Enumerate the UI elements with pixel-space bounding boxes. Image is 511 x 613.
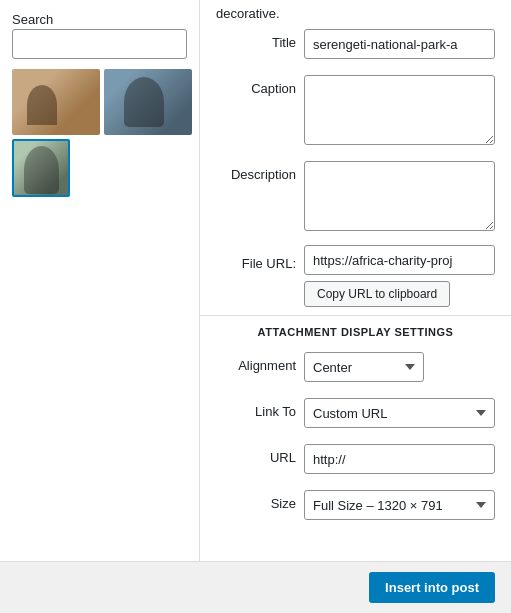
thumbnail-1[interactable] bbox=[12, 69, 100, 135]
footer: Insert into post bbox=[0, 561, 511, 613]
title-label: Title bbox=[216, 29, 296, 50]
caption-textarea[interactable] bbox=[304, 75, 495, 145]
right-panel: decorative. Title Caption Description Fi… bbox=[200, 0, 511, 561]
size-label: Size bbox=[216, 490, 296, 511]
title-row: Title bbox=[216, 21, 495, 67]
link-to-label: Link To bbox=[216, 398, 296, 419]
alignment-select[interactable]: Left Center Right None bbox=[304, 352, 424, 382]
url-label: URL bbox=[216, 444, 296, 465]
url-input[interactable] bbox=[304, 444, 495, 474]
description-label: Description bbox=[216, 161, 296, 182]
alignment-row: Alignment Left Center Right None bbox=[216, 344, 495, 390]
link-to-row: Link To None Media File Attachment Page … bbox=[216, 390, 495, 436]
file-url-row: File URL: bbox=[216, 239, 495, 281]
search-input[interactable] bbox=[12, 29, 187, 59]
thumbnail-row-2 bbox=[12, 139, 187, 197]
file-url-input[interactable] bbox=[304, 245, 495, 275]
title-input[interactable] bbox=[304, 29, 495, 59]
url-row: URL bbox=[216, 436, 495, 482]
display-settings: Alignment Left Center Right None Link To… bbox=[200, 344, 511, 528]
display-settings-header: ATTACHMENT DISPLAY SETTINGS bbox=[200, 315, 511, 344]
size-row: Size Thumbnail – 150 × 150 Medium – 300 … bbox=[216, 482, 495, 528]
thumbnail-row-1 bbox=[12, 69, 187, 135]
top-note: decorative. bbox=[200, 0, 511, 21]
size-select[interactable]: Thumbnail – 150 × 150 Medium – 300 × 225… bbox=[304, 490, 495, 520]
thumbnail-grid bbox=[12, 69, 187, 197]
search-label: Search bbox=[12, 12, 187, 27]
description-row: Description bbox=[216, 153, 495, 239]
caption-label: Caption bbox=[216, 75, 296, 96]
sidebar: Search bbox=[0, 0, 200, 561]
alignment-label: Alignment bbox=[216, 352, 296, 373]
insert-into-post-button[interactable]: Insert into post bbox=[369, 572, 495, 603]
form-section: Title Caption Description File URL: Copy… bbox=[200, 21, 511, 315]
thumbnail-3-selected[interactable] bbox=[12, 139, 70, 197]
copy-url-button[interactable]: Copy URL to clipboard bbox=[304, 281, 450, 307]
description-textarea[interactable] bbox=[304, 161, 495, 231]
thumbnail-2[interactable] bbox=[104, 69, 192, 135]
caption-row: Caption bbox=[216, 67, 495, 153]
file-url-label: File URL: bbox=[216, 250, 296, 271]
link-to-select[interactable]: None Media File Attachment Page Custom U… bbox=[304, 398, 495, 428]
